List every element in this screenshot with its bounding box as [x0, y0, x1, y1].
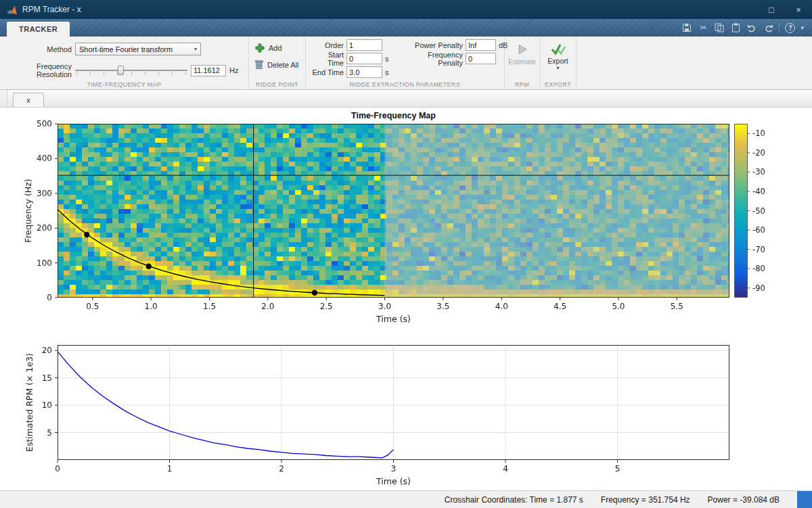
colorbar-tick-label: -40 [752, 187, 765, 196]
copy-icon[interactable] [714, 22, 725, 33]
close-button[interactable]: × [785, 0, 812, 19]
end-time-unit: s [385, 68, 395, 76]
x-tick-label: 4.5 [554, 302, 566, 311]
colorbar [734, 124, 748, 298]
y-tick-label: 100 [37, 258, 52, 268]
x-tick-label: 2.5 [320, 302, 333, 311]
help-icon[interactable]: ? [785, 23, 795, 33]
y-tick-label: 0 [47, 293, 52, 302]
x-tick-label: 3.0 [378, 302, 391, 311]
ribbon-section-time-frequency-map: Method Short-time Fourier transform ▾ Fr… [0, 37, 249, 89]
start-time-input[interactable] [346, 53, 382, 64]
section-label-ridge-extraction-parameters: RIDGE EXTRACTION PARAMETERS [306, 81, 504, 88]
colorbar-tick-label: -20 [752, 148, 765, 158]
colorbar-tick-label: -50 [752, 206, 765, 216]
delete-all-button[interactable]: Delete All [253, 59, 301, 70]
save-icon[interactable] [681, 22, 692, 33]
x-tick-label: 4 [503, 464, 508, 474]
ridge-params-column-1: Order Start Time s End Time s [310, 39, 395, 80]
status-crosshair-time: Crosshair Coordinates: Time = 1.877 s [445, 495, 583, 505]
section-label-rpm: RPM [505, 81, 539, 88]
panel-grip[interactable] [0, 90, 7, 107]
slider-ticks [76, 72, 186, 75]
y-tick-label: 300 [37, 189, 52, 198]
method-dropdown[interactable]: Short-time Fourier transform ▾ [75, 43, 201, 55]
rpm-xlabel: Time (s) [376, 476, 411, 486]
redo-icon[interactable] [763, 22, 773, 33]
colorbar-tick-label: -60 [752, 225, 765, 235]
spectrogram-canvas[interactable] [58, 124, 729, 298]
frequency-resolution-unit: Hz [229, 66, 238, 74]
section-label-time-frequency-map: TIME-FREQUENCY MAP [0, 81, 248, 88]
start-time-label: Start Time [310, 51, 344, 67]
frequency-penalty-input[interactable] [466, 53, 496, 64]
section-label-export: EXPORT [540, 81, 576, 88]
slider-thumb[interactable] [118, 66, 124, 75]
frequency-resolution-input[interactable] [191, 65, 226, 76]
y-tick-label: 500 [37, 119, 52, 129]
x-tick-label: 4.0 [495, 302, 508, 311]
frequency-penalty-label: Frequency Penalty [402, 51, 463, 67]
x-tick-label: 3.5 [436, 302, 449, 311]
ribbon-filler [577, 37, 812, 89]
frequency-resolution-slider[interactable] [75, 65, 187, 76]
colorbar-tick-label: -10 [752, 129, 765, 138]
check-icon [551, 43, 566, 55]
plus-icon [254, 43, 265, 53]
order-input[interactable] [346, 39, 382, 51]
app-icon [6, 5, 18, 15]
document-tab-bar: x [0, 90, 812, 108]
status-crosshair-frequency: Frequency = 351.754 Hz [601, 495, 690, 505]
document-tab-label: x [26, 96, 30, 104]
power-penalty-input[interactable] [466, 39, 496, 51]
add-ridge-point-button[interactable]: Add [253, 42, 301, 54]
order-label: Order [310, 41, 344, 49]
x-tick-label: 0 [55, 464, 60, 474]
y-tick-label: 20 [42, 346, 52, 355]
rpm-ylabel: Estimated RPM (× 1e3) [24, 353, 35, 452]
toolstrip-tab-bar: TRACKER ✂ ? ▾ [0, 19, 812, 37]
delete-all-button-label: Delete All [267, 61, 298, 69]
y-tick-label: 5 [47, 428, 52, 438]
title-bar: RPM Tracker - x □ × [0, 0, 812, 19]
ribbon-section-ridge-point: Add Delete All RIDGE POINT [249, 37, 306, 89]
y-tick-label: 200 [37, 223, 52, 233]
start-time-unit: s [385, 55, 395, 63]
window-controls: □ × [758, 0, 812, 19]
end-time-label: End Time [310, 68, 344, 76]
estimate-button[interactable]: Estimate [509, 41, 535, 67]
x-tick-label: 5 [615, 464, 621, 474]
export-chevron-down-icon: ▾ [556, 66, 559, 70]
y-tick-label: 10 [42, 400, 52, 410]
section-label-ridge-point: RIDGE POINT [249, 81, 305, 88]
export-button[interactable]: Export ▾ [544, 41, 572, 71]
app-window: RPM Tracker - x □ × TRACKER ✂ [0, 0, 812, 508]
estimate-button-label: Estimate [508, 57, 536, 66]
x-tick-label: 5.0 [612, 302, 625, 311]
add-button-label: Add [269, 44, 282, 52]
figure-area: Time-Frequency Map 0.51.01.52.02.53.03.5… [0, 108, 812, 490]
toolstrip-ribbon: Method Short-time Fourier transform ▾ Fr… [0, 37, 812, 90]
maximize-button[interactable]: □ [758, 0, 785, 19]
paste-icon[interactable] [730, 22, 741, 33]
cut-icon[interactable]: ✂ [698, 22, 708, 33]
rpm-axes-box [58, 346, 729, 460]
export-button-label: Export [547, 57, 568, 65]
ribbon-section-rpm: Estimate RPM [505, 37, 540, 89]
toolbar-chevron-down-icon[interactable]: ▾ [800, 24, 804, 31]
x-tick-label: 0.5 [86, 302, 99, 311]
undo-icon[interactable] [746, 22, 757, 33]
document-tab-x[interactable]: x [13, 93, 44, 107]
toolbar-divider [779, 23, 780, 32]
quick-access-toolbar: ✂ ? ▾ [681, 19, 812, 37]
estimate-icon [516, 43, 529, 56]
x-tick-label: 3 [391, 464, 397, 474]
y-tick-label: 400 [37, 154, 52, 163]
x-tick-label: 2.0 [261, 302, 274, 311]
window-title: RPM Tracker - x [22, 5, 81, 14]
frequency-resolution-label: Frequency Resolution [4, 62, 72, 78]
end-time-input[interactable] [346, 66, 382, 78]
ribbon-section-ridge-extraction-parameters: Order Start Time s End Time s [306, 37, 505, 89]
x-tick-label: 1 [167, 464, 173, 474]
tab-tracker[interactable]: TRACKER [7, 22, 70, 37]
